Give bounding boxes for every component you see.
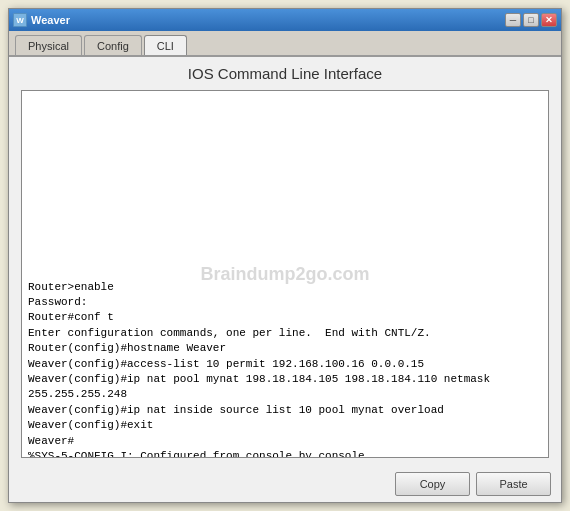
content-area: IOS Command Line Interface Router>enable… — [9, 57, 561, 466]
minimize-button[interactable]: ─ — [505, 13, 521, 27]
main-window: W Weaver ─ □ ✕ Physical Config CLI IOS C… — [8, 8, 562, 503]
title-bar: W Weaver ─ □ ✕ — [9, 9, 561, 31]
paste-button[interactable]: Paste — [476, 472, 551, 496]
maximize-button[interactable]: □ — [523, 13, 539, 27]
copy-button[interactable]: Copy — [395, 472, 470, 496]
window-title: Weaver — [31, 14, 505, 26]
tab-bar: Physical Config CLI — [9, 31, 561, 57]
app-icon: W — [13, 13, 27, 27]
terminal-text: Router>enable Password: Router#conf t En… — [28, 95, 542, 457]
window-controls: ─ □ ✕ — [505, 13, 557, 27]
tab-cli[interactable]: CLI — [144, 35, 187, 55]
page-title: IOS Command Line Interface — [21, 65, 549, 82]
terminal-scroll[interactable]: Router>enable Password: Router#conf t En… — [22, 91, 548, 457]
close-button[interactable]: ✕ — [541, 13, 557, 27]
tab-physical[interactable]: Physical — [15, 35, 82, 55]
terminal-container: Router>enable Password: Router#conf t En… — [21, 90, 549, 458]
tab-config[interactable]: Config — [84, 35, 142, 55]
button-bar: Copy Paste — [9, 466, 561, 502]
